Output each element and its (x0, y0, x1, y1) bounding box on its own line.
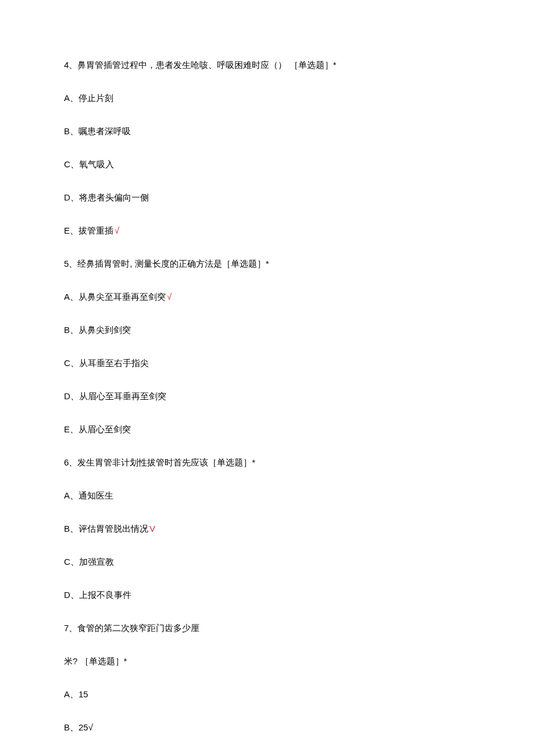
option-e: E、从眉心至剑突 (64, 422, 471, 436)
option-c: C、35 (64, 754, 471, 756)
option-text: E、拔管重插 (64, 225, 113, 235)
option-text: C、加强宣教 (64, 557, 114, 567)
option-text: E、从眉心至剑突 (64, 424, 131, 434)
option-text: A、通知医生 (64, 490, 113, 500)
option-text: B、25√ (64, 722, 93, 732)
option-text: B、嘱患者深呼吸 (64, 126, 131, 136)
option-text: A、从鼻尖至耳垂再至剑突 (64, 292, 166, 302)
question-6: 6、发生胃管非计划性拔管时首先应该［单选题］* A、通知医生 B、评估胃管脱出情… (64, 456, 471, 602)
option-c: C、加强宣教 (64, 555, 471, 569)
question-5: 5、经鼻插胃管时, 测量长度的正确方法是［单选题］* A、从鼻尖至耳垂再至剑突√… (64, 257, 471, 436)
check-icon: √ (167, 292, 172, 302)
question-7: 7、食管的第二次狭窄距门齿多少厘 米? ［单选题］* A、15 B、25√ C、… (64, 621, 471, 756)
question-stem-line-1: 7、食管的第二次狭窄距门齿多少厘 (64, 621, 471, 635)
option-d: D、从眉心至耳垂再至剑突 (64, 389, 471, 403)
option-text: B、从鼻尖到剑突 (64, 325, 131, 335)
option-e: E、拔管重插√ (64, 224, 471, 238)
option-c: C、氧气吸入 (64, 157, 471, 171)
option-b: B、评估胃管脱出情况V (64, 522, 471, 536)
option-text: A、15 (64, 689, 88, 699)
option-text: D、将患者头偏向一侧 (64, 192, 149, 202)
option-d: D、上报不良事件 (64, 588, 471, 602)
option-b: B、25√ (64, 721, 471, 734)
option-text: A、停止片刻 (64, 93, 113, 103)
option-d: D、将患者头偏向一侧 (64, 191, 471, 205)
option-text: D、从眉心至耳垂再至剑突 (64, 391, 166, 401)
check-icon: V (149, 524, 155, 533)
option-a: A、通知医生 (64, 489, 471, 503)
question-stem-line-2: 米? ［单选题］* (64, 654, 471, 668)
option-c: C、从耳垂至右手指尖 (64, 356, 471, 370)
option-b: B、从鼻尖到剑突 (64, 323, 471, 337)
option-a: A、停止片刻 (64, 91, 471, 105)
question-stem: 4、鼻胃管插管过程中，患者发生呛咳、呼吸困难时应（） ［单选题］* (64, 58, 471, 72)
option-text: D、上报不良事件 (64, 590, 131, 600)
question-4: 4、鼻胃管插管过程中，患者发生呛咳、呼吸困难时应（） ［单选题］* A、停止片刻… (64, 58, 471, 238)
option-a: A、15 (64, 687, 471, 701)
option-a: A、从鼻尖至耳垂再至剑突√ (64, 290, 471, 304)
option-text: C、氧气吸入 (64, 159, 114, 169)
option-text: C、从耳垂至右手指尖 (64, 358, 149, 368)
option-text: B、评估胃管脱出情况 (64, 524, 148, 533)
option-b: B、嘱患者深呼吸 (64, 124, 471, 138)
check-icon: √ (115, 225, 119, 235)
question-stem: 6、发生胃管非计划性拔管时首先应该［单选题］* (64, 456, 471, 470)
question-stem: 5、经鼻插胃管时, 测量长度的正确方法是［单选题］* (64, 257, 471, 271)
